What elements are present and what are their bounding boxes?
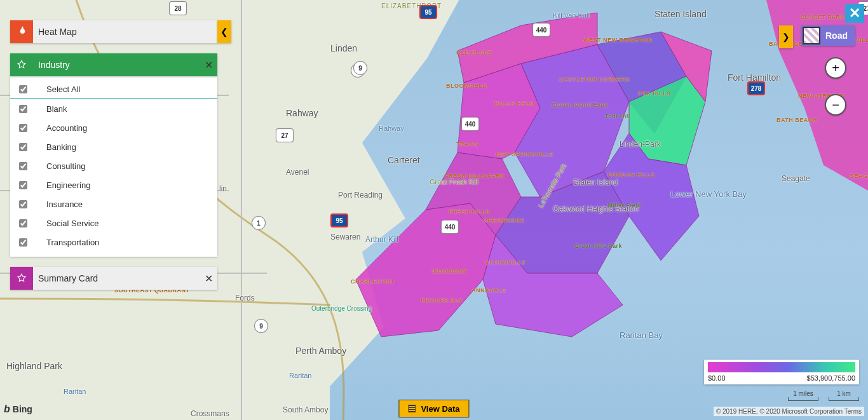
shield-440c: 440 bbox=[441, 220, 459, 234]
panel-heat-title: Heat Map bbox=[33, 27, 217, 37]
shield-440a: 440 bbox=[532, 23, 550, 37]
panel-heat-map[interactable]: Heat Map bbox=[10, 20, 217, 43]
label-linden-park: Linden-Park bbox=[620, 140, 661, 149]
filter-select-all[interactable]: Select All bbox=[10, 80, 217, 99]
filter-item[interactable]: Transportation bbox=[10, 233, 217, 252]
panel-summary-card[interactable]: Summary Card ✕ bbox=[10, 267, 217, 290]
shield-9a: 9 bbox=[353, 61, 367, 75]
nbhd-old-place: OLD PLACE bbox=[456, 50, 492, 56]
view-data-label: View Data bbox=[421, 404, 459, 414]
label-linden: Linden bbox=[330, 43, 357, 53]
panel-industry-title: Industry bbox=[33, 60, 200, 70]
checkbox[interactable] bbox=[19, 238, 27, 247]
label-crossmans: Crossmans bbox=[191, 409, 229, 418]
filter-item[interactable]: Social Service bbox=[10, 213, 217, 233]
shield-1b: 1 bbox=[252, 216, 266, 230]
checkbox[interactable] bbox=[19, 124, 27, 132]
collapse-right-tab[interactable]: ❯ bbox=[779, 25, 793, 48]
nbhd-new-springville: NEW SPRINGVILLE bbox=[496, 151, 553, 158]
nbhd-fresh-kills: FRESH KILLS bbox=[449, 208, 490, 215]
view-data-button[interactable]: View Data bbox=[398, 400, 469, 417]
nbhd-annadale: ANNADALE bbox=[471, 287, 506, 294]
nbhd-bulls-head: BULLS HEAD bbox=[494, 100, 534, 107]
legend-min: $0.00 bbox=[708, 374, 726, 382]
label-highland-park: Highland Park bbox=[6, 361, 62, 371]
nbhd-woodrow: WOODROW bbox=[432, 268, 467, 274]
close-icon[interactable]: ✕ bbox=[200, 56, 217, 74]
table-icon bbox=[408, 405, 416, 412]
nbhd-seagate: SEAGATE bbox=[850, 173, 868, 179]
checkbox[interactable] bbox=[19, 181, 27, 189]
zoom-in-button[interactable]: + bbox=[825, 57, 846, 79]
app-root: { "panels": { "heat": { "title": "Heat M… bbox=[0, 0, 868, 420]
checkbox-select-all[interactable] bbox=[19, 85, 27, 93]
zoom-out-button[interactable]: − bbox=[825, 94, 846, 116]
bing-logo: b Bing bbox=[4, 403, 32, 415]
collapse-left-tab[interactable]: ❮ bbox=[217, 20, 231, 43]
checkbox[interactable] bbox=[19, 105, 27, 113]
label-perth-amboy: Perth Amboy bbox=[295, 346, 346, 356]
shield-28: 28 bbox=[169, 1, 187, 15]
filter-item[interactable]: Blank bbox=[10, 99, 217, 118]
map-style-selector[interactable]: Road bbox=[801, 25, 855, 46]
panel-industry-wrap: Industry ✕ Select All Blank Accounting B… bbox=[10, 53, 217, 257]
bing-label: Bing bbox=[13, 404, 32, 414]
filter-label: Accounting bbox=[46, 123, 87, 133]
nbhd-castleton: CASTLETON CORNERS bbox=[559, 76, 630, 83]
nbhd-si-expy: Staten Island Expy bbox=[552, 102, 608, 108]
label-lin: lin bbox=[219, 184, 227, 193]
nbhd-charleston: CHARLESTON bbox=[351, 278, 393, 285]
nbhd-west-new-brighton: WEST NEW BRIGHTON bbox=[583, 37, 652, 43]
label-raritan-bay: Raritan Bay bbox=[620, 330, 663, 340]
industry-filter-list: Select All Blank Accounting Banking Cons… bbox=[10, 76, 217, 257]
checkbox[interactable] bbox=[19, 219, 27, 227]
label-avenel: Avenel bbox=[286, 168, 309, 177]
choropleth-overlay bbox=[330, 6, 737, 369]
label-oakwood: Oakwood Heights Station bbox=[553, 205, 604, 213]
close-icon[interactable]: ✕ bbox=[200, 269, 217, 287]
nbhd-todt-hill: Todt Hill bbox=[605, 113, 630, 119]
close-map-button[interactable]: ✕ bbox=[845, 4, 864, 23]
legend-gradient bbox=[708, 362, 855, 372]
legend-max: $53,900,755.00 bbox=[807, 374, 855, 382]
scale-miles: 1 miles bbox=[793, 390, 813, 397]
checkbox[interactable] bbox=[19, 200, 27, 208]
panel-industry[interactable]: Industry ✕ bbox=[10, 53, 217, 76]
label-port-reading: Port Reading bbox=[338, 191, 383, 200]
filter-item[interactable]: Engineering bbox=[10, 175, 217, 194]
scale-bar: 1 miles 1 km bbox=[788, 390, 859, 401]
chevron-left-icon: ❮ bbox=[220, 27, 228, 37]
filter-label: Insurance bbox=[46, 200, 83, 209]
bing-b-icon: b bbox=[4, 403, 10, 415]
label-raritan-2: Raritan bbox=[289, 372, 311, 379]
label-staten-island: Staten Island bbox=[654, 9, 707, 19]
label-outerbridge: Outerbridge Crossing bbox=[311, 305, 372, 312]
nbhd-dongan-hills: DONGAN HILLS bbox=[607, 172, 655, 178]
nbhd-princes-bay: PRINCES BAY bbox=[421, 297, 463, 304]
filter-item[interactable]: Accounting bbox=[10, 118, 217, 137]
filter-label: Transportation bbox=[46, 238, 99, 247]
shield-i95-b: 95 bbox=[330, 213, 348, 227]
filter-label: Banking bbox=[46, 142, 76, 152]
nbhd-greenridge: GREENRIDGE bbox=[483, 217, 525, 224]
filter-item[interactable]: Consulting bbox=[10, 156, 217, 175]
filter-item[interactable]: Banking bbox=[10, 137, 217, 156]
filter-item[interactable]: Insurance bbox=[10, 194, 217, 213]
star-icon bbox=[10, 267, 33, 290]
nbhd-bath-beach: BATH BEACH bbox=[776, 117, 817, 123]
chevron-right-icon: ❯ bbox=[782, 32, 790, 42]
flame-icon bbox=[10, 20, 33, 43]
label-south-amboy: South Amboy bbox=[283, 405, 328, 414]
map-attribution[interactable]: © 2019 HERE, © 2020 Microsoft Corporatio… bbox=[714, 407, 864, 416]
shield-440b: 440 bbox=[461, 117, 479, 131]
zoom-controls: + − bbox=[825, 57, 846, 116]
svg-marker-0 bbox=[356, 203, 496, 337]
top-right-controls: ✕ bbox=[845, 4, 864, 23]
shield-i278: 278 bbox=[747, 81, 765, 95]
checkbox[interactable] bbox=[19, 143, 27, 151]
nbhd-great-kills-park: Great Kills Park bbox=[574, 243, 606, 249]
label-seagate: Seagate bbox=[782, 174, 810, 183]
filter-label: Social Service bbox=[46, 219, 98, 228]
filter-label: Engineering bbox=[46, 180, 90, 190]
checkbox[interactable] bbox=[19, 162, 27, 170]
